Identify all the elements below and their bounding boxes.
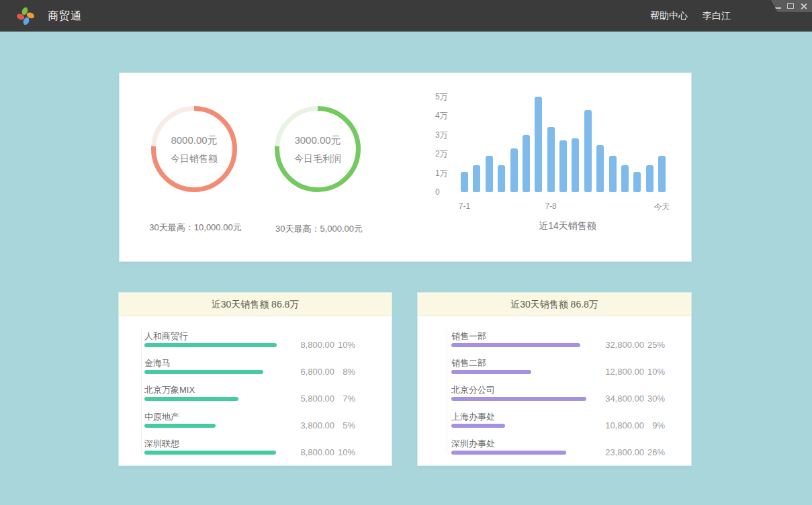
y-axis-label: 4万: [435, 110, 462, 121]
today-profit-label: 今日毛利润: [272, 153, 363, 165]
row-values: 10,800.009%: [585, 420, 665, 430]
customer-sales-card: 近30天销售额 86.8万 人和商贸行8,800.0010%金海马6,800.0…: [119, 293, 392, 465]
row-values: 34,800.0030%: [585, 394, 665, 404]
row-values: 3,800.005%: [275, 420, 355, 430]
row-bar: [451, 370, 531, 374]
y-axis-label: 2万: [435, 148, 462, 159]
row-percent: 9%: [644, 420, 665, 430]
row-values: 5,800.007%: [275, 394, 355, 404]
row-values: 32,800.0025%: [585, 340, 665, 350]
daily-sales-bar-chart: [461, 97, 666, 192]
x-axis-label: 7-8: [534, 201, 568, 211]
list-item: 北京分公司34,800.0030%: [451, 384, 665, 411]
app-logo-pinwheel-icon: [15, 5, 36, 27]
row-percent: 25%: [644, 340, 665, 350]
today-sales-donut: 8000.00元 今日销售额: [148, 103, 240, 195]
row-amount: 10,800.00: [585, 420, 644, 430]
close-icon[interactable]: [800, 3, 807, 9]
bar: [633, 172, 641, 192]
row-bar: [144, 397, 238, 401]
sales-30day-max: 30天最高：10,000.00元: [128, 222, 263, 234]
row-label: 人和商贸行: [144, 330, 188, 342]
row-bar: [144, 343, 277, 347]
department-list: 销售一部32,800.0025%销售二部12,800.0010%北京分公司34,…: [418, 316, 691, 465]
row-percent: 8%: [334, 367, 355, 377]
help-center-link[interactable]: 帮助中心: [650, 10, 688, 22]
axis-line: [141, 329, 142, 454]
user-menu[interactable]: 李白江: [703, 10, 731, 22]
bar: [498, 165, 505, 192]
row-amount: 8,800.00: [275, 447, 334, 457]
row-values: 23,800.0026%: [585, 447, 665, 457]
summary-card: 8000.00元 今日销售额 30天最高：10,000.00元 3000.00元…: [120, 73, 691, 261]
list-item: 深圳联想8,800.0010%: [144, 438, 355, 465]
list-item: 上海办事处10,800.009%: [451, 411, 665, 438]
bar: [646, 165, 653, 192]
customer-card-title: 近30天销售额 86.8万: [119, 293, 392, 316]
row-label: 北京分公司: [451, 384, 495, 396]
bar: [559, 140, 567, 192]
list-item: 人和商贸行8,800.0010%: [144, 330, 355, 357]
row-label: 销售二部: [451, 357, 486, 369]
row-bar: [144, 424, 216, 428]
row-label: 中原地产: [144, 411, 179, 423]
row-values: 8,800.0010%: [275, 340, 355, 350]
department-sales-card: 近30天销售额 86.8万 销售一部32,800.0025%销售二部12,800…: [418, 293, 691, 465]
row-amount: 5,800.00: [275, 394, 334, 404]
customer-list: 人和商贸行8,800.0010%金海马6,800.008%北京万象MIX5,80…: [119, 316, 392, 465]
window-controls: [771, 0, 812, 12]
row-bar: [144, 370, 263, 374]
bar: [621, 165, 629, 192]
bar: [547, 127, 555, 192]
row-label: 金海马: [144, 357, 171, 369]
bar-chart-title: 近14天销售额: [494, 220, 641, 232]
minimize-icon[interactable]: [775, 7, 781, 9]
row-percent: 26%: [644, 447, 665, 457]
titlebar: 商贸通 帮助中心 李白江: [0, 0, 812, 32]
row-values: 12,800.0010%: [585, 367, 665, 377]
row-percent: 7%: [334, 394, 355, 404]
list-item: 中原地产3,800.005%: [144, 411, 355, 438]
row-values: 8,800.0010%: [275, 447, 355, 457]
row-bar: [451, 343, 580, 347]
list-item: 金海马6,800.008%: [144, 357, 355, 384]
row-amount: 34,800.00: [585, 394, 644, 404]
bar: [584, 110, 592, 192]
row-percent: 10%: [644, 367, 665, 377]
list-item: 北京万象MIX5,800.007%: [144, 384, 355, 411]
titlebar-menu: 帮助中心 李白江: [650, 0, 731, 32]
list-item: 销售二部12,800.0010%: [451, 357, 665, 384]
row-percent: 10%: [334, 340, 355, 350]
bar: [658, 156, 666, 192]
bar: [596, 145, 604, 192]
maximize-icon[interactable]: [787, 3, 794, 9]
row-label: 深圳办事处: [451, 438, 495, 450]
list-item: 销售一部32,800.0025%: [451, 330, 665, 357]
row-bar: [451, 424, 505, 428]
row-percent: 10%: [334, 447, 355, 457]
department-card-title: 近30天销售额 86.8万: [418, 293, 691, 316]
row-amount: 3,800.00: [275, 420, 334, 430]
y-axis-label: 3万: [435, 130, 462, 140]
row-amount: 12,800.00: [585, 367, 644, 377]
row-percent: 30%: [644, 394, 665, 404]
today-sales-label: 今日销售额: [148, 153, 240, 165]
y-axis-label: 0: [435, 187, 462, 197]
bar: [486, 156, 493, 192]
y-axis-label: 5万: [435, 91, 462, 102]
x-axis-label: 今天: [645, 201, 679, 213]
today-profit-value: 3000.00元: [272, 134, 363, 147]
y-axis-label: 1万: [435, 168, 462, 179]
profit-30day-max: 30天最高：5,000.00元: [252, 223, 386, 235]
row-bar: [451, 397, 586, 401]
bar: [473, 165, 480, 192]
row-label: 上海办事处: [451, 411, 495, 423]
row-label: 北京万象MIX: [144, 384, 195, 396]
row-amount: 23,800.00: [585, 447, 644, 457]
bar: [609, 156, 617, 192]
row-amount: 6,800.00: [275, 367, 334, 377]
row-amount: 32,800.00: [585, 340, 644, 350]
bar: [535, 97, 542, 192]
today-profit-donut: 3000.00元 今日毛利润: [272, 103, 363, 195]
row-bar: [144, 451, 276, 455]
